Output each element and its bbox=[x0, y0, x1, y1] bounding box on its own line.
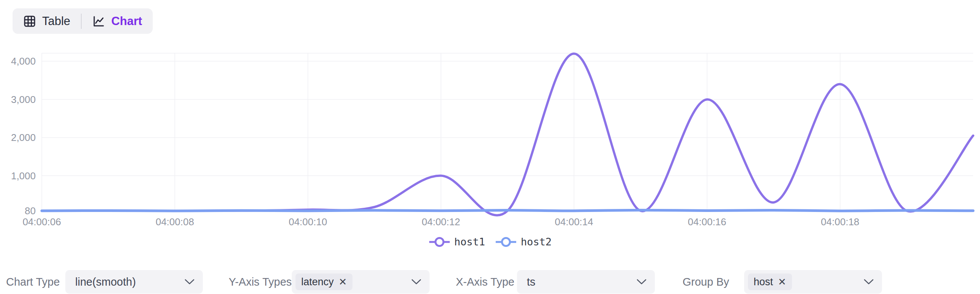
chevron-down-icon bbox=[864, 279, 873, 285]
legend-label-host2: host2 bbox=[521, 236, 552, 248]
remove-tag-icon[interactable]: ✕ bbox=[778, 277, 786, 287]
view-toggle: Table Chart bbox=[13, 8, 153, 34]
y-axis-types-select[interactable]: latency ✕ bbox=[292, 270, 430, 294]
group-by-select[interactable]: host ✕ bbox=[744, 270, 882, 294]
x-tick-label: 04:00:12 bbox=[422, 216, 460, 227]
x-tick-label: 04:00:14 bbox=[555, 216, 593, 227]
group-by-tag-host[interactable]: host ✕ bbox=[748, 273, 792, 290]
y-tick-label: 2,000 bbox=[11, 132, 36, 143]
series-line-host1 bbox=[42, 54, 973, 215]
group-by-tag-text: host bbox=[754, 276, 773, 288]
x-axis-type-select[interactable]: ts bbox=[517, 270, 655, 294]
y-tick-label: 3,000 bbox=[11, 94, 36, 105]
chart-type-value: line(smooth) bbox=[75, 276, 136, 288]
remove-tag-icon[interactable]: ✕ bbox=[339, 277, 347, 287]
series-line-host2 bbox=[42, 210, 973, 211]
x-tick-label: 04:00:10 bbox=[289, 216, 327, 227]
tab-chart[interactable]: Chart bbox=[92, 14, 142, 28]
y-axis-types-label: Y-Axis Types bbox=[229, 270, 292, 294]
y-tick-label: 1,000 bbox=[11, 170, 36, 181]
chevron-down-icon bbox=[185, 279, 194, 285]
legend-item-host2[interactable]: host2 bbox=[495, 236, 552, 248]
y-axis-tag-latency[interactable]: latency ✕ bbox=[296, 273, 353, 290]
y-axis-tag-text: latency bbox=[301, 276, 334, 288]
group-by-label: Group By bbox=[682, 270, 729, 294]
tab-table-label: Table bbox=[42, 14, 70, 28]
line-chart-canvas: 04:00:0604:00:0804:00:1004:00:1204:00:14… bbox=[0, 46, 980, 235]
chevron-down-icon bbox=[411, 279, 421, 285]
chevron-down-icon bbox=[636, 279, 646, 285]
legend-marker-host1 bbox=[428, 236, 450, 248]
line-chart-icon bbox=[92, 15, 105, 28]
y-tick-label: 4,000 bbox=[11, 56, 36, 67]
x-tick-label: 04:00:06 bbox=[22, 216, 61, 227]
tab-chart-label: Chart bbox=[111, 14, 142, 28]
legend-marker-host2 bbox=[495, 236, 517, 248]
x-axis-type-value: ts bbox=[527, 276, 536, 288]
x-tick-label: 04:00:18 bbox=[821, 216, 859, 227]
x-axis-type-label: X-Axis Type bbox=[456, 270, 514, 294]
x-tick-label: 04:00:08 bbox=[156, 216, 194, 227]
table-icon bbox=[23, 15, 36, 28]
tab-table[interactable]: Table bbox=[23, 14, 70, 28]
legend-label-host1: host1 bbox=[454, 236, 485, 248]
chart-type-select[interactable]: line(smooth) bbox=[65, 270, 203, 294]
toggle-divider bbox=[81, 14, 82, 29]
legend-item-host1[interactable]: host1 bbox=[428, 236, 485, 248]
chart-legend: host1 host2 bbox=[0, 236, 980, 248]
y-tick-label: 80 bbox=[25, 205, 36, 216]
chart-type-label: Chart Type bbox=[6, 270, 60, 294]
x-tick-label: 04:00:16 bbox=[688, 216, 726, 227]
